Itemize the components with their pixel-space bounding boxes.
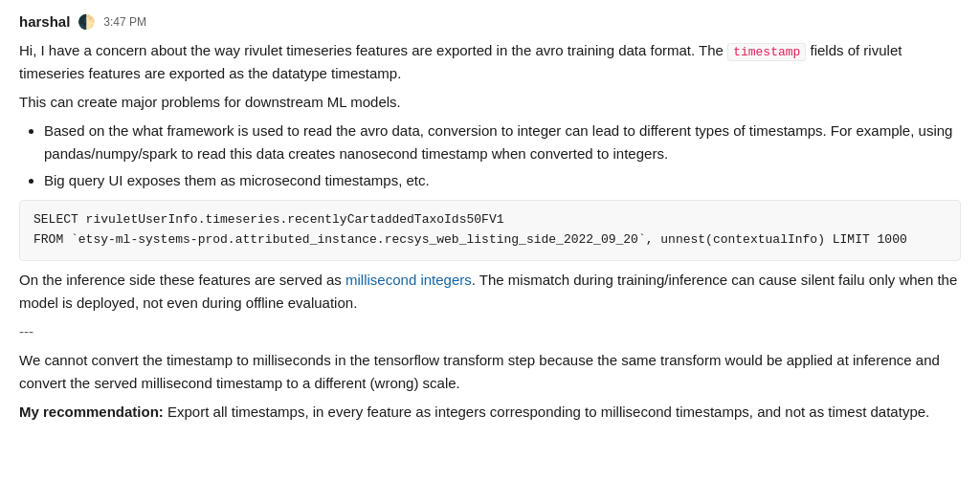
message-container: harshal 🌓 3:47 PM Hi, I have a concern a… — [0, 0, 980, 441]
message-body: Hi, I have a concern about the way rivul… — [19, 39, 961, 424]
paragraph-3: On the inference side these features are… — [19, 269, 961, 315]
message-header: harshal 🌓 3:47 PM — [19, 11, 961, 33]
user-emoji: 🌓 — [78, 11, 96, 33]
recommendation-bold: My recommendation: — [19, 404, 164, 420]
bullet-item-1: Based on the what framework is used to r… — [44, 120, 961, 165]
timestamp-code: timestamp — [727, 43, 806, 61]
code-block: SELECT rivuletUserInfo.timeseries.recent… — [19, 200, 961, 261]
paragraph-2: This can create major problems for downs… — [19, 91, 961, 114]
paragraph-5: My recommendation: Export all timestamps… — [19, 401, 961, 424]
paragraph-4: We cannot convert the timestamp to milli… — [19, 349, 961, 395]
divider: --- — [19, 320, 961, 343]
p5-text-end: Export all timestamps, in every feature … — [164, 404, 929, 420]
username: harshal — [19, 11, 70, 33]
p3-text-start: On the inference side these features are… — [19, 272, 345, 288]
millisecond-integers-link[interactable]: millisecond integers — [345, 272, 472, 288]
bullet-item-2: Big query UI exposes them as microsecond… — [44, 169, 961, 192]
bullet-list: Based on the what framework is used to r… — [38, 120, 961, 192]
p1-text-start: Hi, I have a concern about the way rivul… — [19, 42, 727, 58]
paragraph-1: Hi, I have a concern about the way rivul… — [19, 39, 961, 86]
timestamp: 3:47 PM — [103, 13, 146, 31]
